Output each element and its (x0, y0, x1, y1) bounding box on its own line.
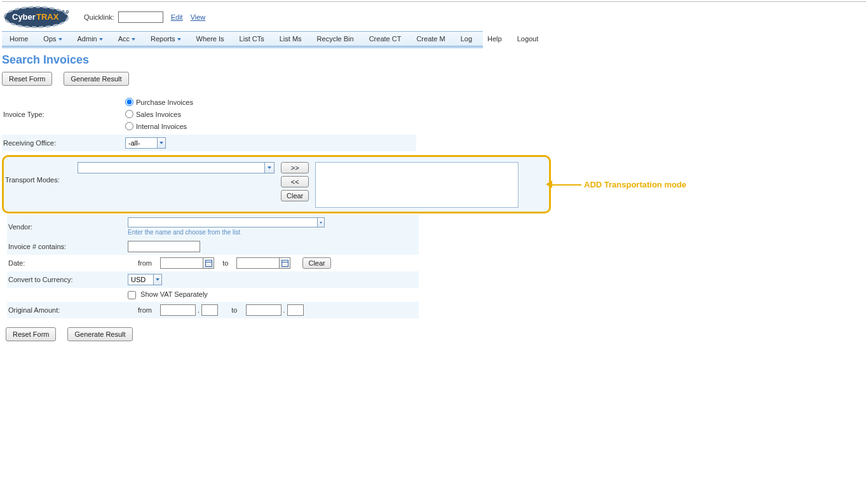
vendor-hint: Enter the name and choose from the list (128, 229, 415, 236)
main-navbar: Home Ops Admin Acc Reports Where Is List… (2, 31, 483, 46)
vat-label: Show VAT Separately (140, 290, 208, 298)
vendor-dropdown[interactable] (128, 217, 325, 227)
annotation-arrow (550, 184, 581, 186)
amount-to-label: to (231, 306, 237, 314)
amount-to-dec-input[interactable] (287, 304, 304, 316)
transport-mode-add-button[interactable]: >> (281, 162, 309, 173)
chevron-down-icon[interactable] (157, 138, 165, 148)
nav-where-is[interactable]: Where Is (189, 32, 232, 46)
date-to-input[interactable] (236, 257, 290, 269)
quicklink-input[interactable] (118, 11, 163, 23)
chevron-down-icon[interactable] (317, 218, 324, 227)
invoice-type-purchase-label: Purchase Invoices (136, 98, 193, 106)
chevron-down-icon (58, 38, 62, 41)
app-logo: Cyber TRAX 2.0 (3, 6, 70, 29)
page-title: Search Invoices (2, 53, 866, 67)
calendar-icon[interactable] (203, 258, 214, 268)
nav-ops[interactable]: Ops (36, 32, 69, 46)
quicklink-label: Quicklink: (84, 13, 114, 21)
svg-text:Cyber: Cyber (12, 12, 36, 22)
date-to-label: to (222, 259, 228, 267)
generate-result-button-bottom[interactable]: Generate Result (67, 327, 132, 341)
invoice-type-sales-label: Sales Invoices (136, 111, 181, 118)
amount-from-label: from (138, 306, 152, 314)
amount-from-dec-input[interactable] (201, 304, 218, 316)
vat-checkbox[interactable] (128, 291, 136, 299)
amount-to-whole-input[interactable] (246, 304, 281, 316)
receiving-office-label: Receiving Office: (2, 135, 121, 151)
invoice-type-sales-radio[interactable] (125, 110, 133, 118)
transport-modes-dropdown[interactable] (78, 162, 275, 173)
nav-list-ms[interactable]: List Ms (272, 32, 309, 46)
nav-reports[interactable]: Reports (143, 32, 189, 46)
date-label: Date: (7, 255, 124, 271)
calendar-icon[interactable] (279, 258, 290, 268)
invoice-type-internal-label: Internal Invoices (136, 123, 187, 130)
invoice-contains-label: Invoice # contains: (7, 238, 124, 255)
chevron-down-icon (99, 38, 103, 41)
annotation-text: ADD Transportation mode (584, 180, 686, 189)
date-clear-button[interactable]: Clear (302, 257, 330, 269)
chevron-down-icon[interactable] (153, 274, 161, 285)
nav-logout[interactable]: Logout (510, 32, 546, 46)
edit-link[interactable]: Edit (171, 13, 183, 21)
svg-text:TRAX: TRAX (36, 12, 59, 22)
date-from-input[interactable] (160, 257, 214, 269)
invoice-type-purchase-radio[interactable] (125, 98, 133, 106)
original-amount-label: Original Amount: (7, 302, 124, 318)
nav-recycle-bin[interactable]: Recycle Bin (309, 32, 362, 46)
invoice-type-label: Invoice Type: (2, 93, 121, 135)
transport-modes-label: Transport Modes: (4, 161, 78, 208)
transport-modes-section: Transport Modes: >> << Clear (2, 155, 551, 214)
svg-text:2.0: 2.0 (62, 9, 69, 15)
nav-create-m[interactable]: Create M (409, 32, 452, 46)
nav-home[interactable]: Home (2, 32, 36, 46)
nav-log[interactable]: Log (453, 32, 480, 46)
nav-list-cts[interactable]: List CTs (232, 32, 272, 46)
reset-form-button-bottom[interactable]: Reset Form (6, 327, 56, 341)
chevron-down-icon[interactable] (264, 163, 274, 173)
chevron-down-icon (132, 38, 135, 41)
currency-label: Convert to Currency: (7, 271, 124, 288)
nav-create-ct[interactable]: Create CT (362, 32, 409, 46)
reset-form-button[interactable]: Reset Form (2, 72, 52, 86)
currency-dropdown[interactable] (128, 274, 162, 285)
transport-mode-clear-button[interactable]: Clear (281, 190, 309, 201)
date-from-label: from (138, 259, 152, 267)
generate-result-button[interactable]: Generate Result (64, 72, 128, 86)
invoice-type-internal-radio[interactable] (125, 122, 133, 130)
view-link[interactable]: View (191, 13, 206, 21)
receiving-office-dropdown[interactable] (125, 137, 166, 149)
transport-modes-selected-list[interactable] (315, 162, 519, 208)
amount-from-whole-input[interactable] (160, 304, 196, 316)
nav-help[interactable]: Help (480, 32, 510, 46)
invoice-contains-input[interactable] (128, 241, 200, 252)
nav-acc[interactable]: Acc (111, 32, 143, 46)
chevron-down-icon (177, 38, 181, 41)
transport-mode-remove-button[interactable]: << (281, 176, 309, 187)
vendor-label: Vendor: (7, 215, 124, 238)
nav-admin[interactable]: Admin (70, 32, 111, 46)
